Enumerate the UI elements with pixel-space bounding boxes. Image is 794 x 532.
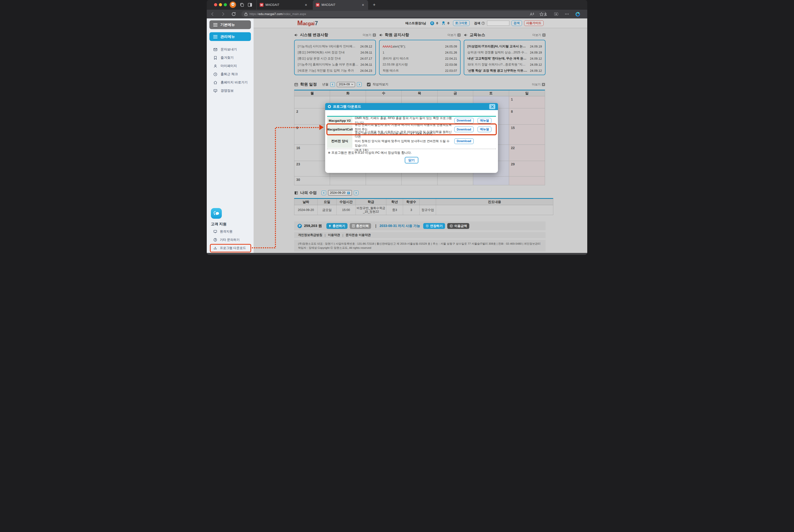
download-button[interactable]: Download [454,138,474,144]
calendar-day-cell[interactable] [473,176,509,185]
list-item[interactable]: 학원 테스트22.03.07 [383,68,457,74]
sms-terms-link[interactable]: 문자전송 이용약관 [346,233,371,237]
extend-button[interactable]: 연장하기 [423,223,445,229]
read-aloud-icon[interactable] [529,12,534,17]
sidebar-toggle-icon[interactable] [247,2,252,7]
calendar-day-cell[interactable] [509,176,545,185]
sidebar-admin-menu-button[interactable]: 관리메뉴 [209,32,251,41]
calendar-day-cell[interactable] [366,176,402,185]
download-button[interactable]: Download [454,127,474,132]
copilot-icon[interactable] [575,12,580,17]
search-input[interactable] [487,21,509,26]
tab-overview-icon[interactable] [240,2,244,7]
calendar-day-cell[interactable] [438,176,473,185]
calendar-day-cell[interactable]: 22 [509,145,545,161]
list-item[interactable]: [기능추가] 홈페이지메뉴 노출 여부 컨트롤 기능 추가24.06.11 [298,62,372,68]
list-item[interactable]: [새로운 기능] 개인별 진도 입력 기능 추가24.04.23 [298,68,372,74]
web-capture-icon[interactable] [554,12,559,17]
list-item[interactable]: [기능개선] 사이드메뉴 UI(사용자 인터페이스) 개선예정...24.09.… [298,43,372,50]
calendar-day-cell[interactable] [294,96,330,108]
sidebar-item-favorites[interactable]: 즐겨찾기 [207,54,254,62]
address-bar[interactable]: https://edu.macgai7.com/index_main.aspx [241,11,547,17]
list-item[interactable]: 의대 가기 정말 쉬워지나?...종로학원 “지원자 늘고 경쟁...24.09… [467,62,542,68]
browser-tab-2-active[interactable]: M MACGAI7 ✕ [313,0,368,10]
sidebar-item-attendance[interactable]: 출퇴근 체크 [207,70,254,78]
more-link[interactable]: 더보기+ [363,33,376,37]
next-day-button[interactable] [354,191,358,195]
yearmonth-label: 년월 [322,82,328,87]
calendar-day-cell[interactable] [402,176,437,185]
calendar-day-cell[interactable]: 2 [294,108,330,125]
manual-button[interactable]: 매뉴얼 [478,118,492,124]
logout-button[interactable]: 로그아웃 [453,20,469,26]
download-button[interactable]: Download [454,118,474,124]
terms-link[interactable]: 이용약관 [328,233,340,237]
sidebar-item-remote-support[interactable]: 원격지원 [211,227,252,236]
prev-month-button[interactable] [330,82,335,87]
more-link[interactable]: 더보기+ [532,33,546,37]
class-date-input[interactable]: 2024-09-20 [328,190,352,195]
list-item[interactable]: '선행 학습' 조장 학원 광고 난무하는 이유...처벌 조항이 ...24.… [467,68,542,74]
calendar-day-cell[interactable]: 16 [294,145,330,161]
back-icon[interactable] [210,12,215,17]
chat-support-button[interactable] [211,208,222,219]
charge-history-button[interactable]: 충전이력 [350,223,371,229]
more-link[interactable]: 더보기+ [532,82,545,87]
list-item[interactable]: 관리자 공지 테스트22.04.21 [383,56,457,62]
forward-icon[interactable] [221,12,225,17]
user-guide-button[interactable]: 사용가이드 [524,20,544,26]
charge-button[interactable]: 충전하기 [326,223,348,229]
tab-close-icon[interactable]: ✕ [361,3,365,7]
tab-close-icon[interactable]: ✕ [304,3,308,7]
new-tab-button[interactable]: + [371,2,377,8]
list-item[interactable]: 124.01.26 [383,50,457,56]
sidebar-item-other-inquiry[interactable]: 기타 문의하기 [211,236,252,244]
next-month-button[interactable] [357,82,362,87]
profile-avatar[interactable] [229,1,236,8]
list-item[interactable]: [이성엽의 IT프리즘]AI, 디지털 교과서 논란과 과제24.09.19 [467,43,542,50]
reload-icon[interactable] [231,12,236,17]
macgai7-logo[interactable]: Macgai7 [297,19,318,27]
section-title: 나의 수업 [300,190,317,195]
traffic-light-minimize[interactable] [219,3,222,6]
more-menu-icon[interactable] [565,12,569,17]
privacy-policy-link[interactable]: 개인정보취급방침 [298,233,322,237]
list-item[interactable]: [중요] 상담 운영 시간 조정 안내24.07.17 [298,56,372,62]
calendar-day-cell[interactable]: 8 [509,108,545,125]
class-weekday: 금요일 [318,205,337,215]
traffic-light-close[interactable] [214,3,217,6]
traffic-light-zoom[interactable] [224,3,227,6]
calendar-day-cell[interactable]: 23 [294,161,330,176]
list-item[interactable]: 22.03.08 공지사항22.03.08 [383,62,457,68]
calendar-day-cell[interactable]: 15 [509,125,545,145]
modal-close-button[interactable] [489,104,495,109]
question-circle-icon[interactable] [481,22,485,25]
list-item[interactable]: [중요] 24/09/24(화) 서버 점검 안내24.09.11 [298,50,372,56]
list-item[interactable]: 내년 '고교학점제' 한다는데, 무슨 과목 듣지...교육부 상...24.0… [467,56,542,62]
sidebar-basic-menu-button[interactable]: 기본메뉴 [209,20,251,29]
modal-close-footer-button[interactable]: 닫기 [405,157,418,164]
downloads-icon[interactable] [543,12,548,17]
search-button[interactable]: 검색 [512,20,522,26]
calendar-picker-icon[interactable] [347,191,350,194]
tab-title: MACGAI7 [321,3,359,6]
sidebar-item-mypage[interactable]: 마이페이지 [207,62,254,70]
calendar-day-cell[interactable]: 29 [509,161,545,176]
manual-button[interactable]: 매뉴얼 [478,127,492,132]
table-row[interactable]: 2024-09-20 금요일 15:00 비정규반_월화수목금_15_정현22 … [294,205,553,215]
calendar-day-cell[interactable]: 1 [509,96,545,108]
sidebar-item-management-info[interactable]: 경영정보 [207,87,254,95]
more-link[interactable]: 더보기+ [447,33,461,37]
writer-view-checkbox[interactable] [367,83,371,86]
usage-amount-button[interactable]: 이용금액 [447,223,469,229]
calendar-day-cell[interactable]: 30 [294,176,330,185]
sidebar-item-homepage[interactable]: 홈페이지 바로가기 [207,78,254,87]
prev-day-button[interactable] [321,191,326,195]
list-item[interactable]: AAAA1alert("B");24.05.09 [383,43,457,50]
browser-tab-1[interactable]: M MACGAI7 ✕ [257,0,311,10]
calendar-day-cell[interactable] [330,176,366,185]
sidebar-item-sms[interactable]: 문자보내기 [207,45,254,54]
yearmonth-select[interactable]: 2024-09 [337,82,355,87]
list-item[interactable]: 상위권 대학 경쟁률 일제히 상승...2025 수시전형 전망은?24.09.… [467,50,542,56]
column-header: 수업시간 [337,199,356,205]
